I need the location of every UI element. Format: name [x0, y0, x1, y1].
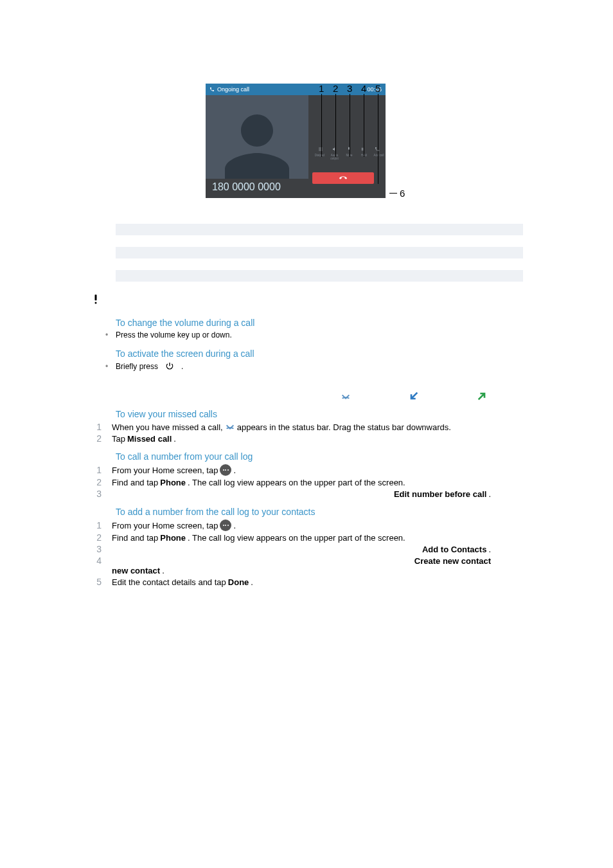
legend-band	[116, 247, 523, 258]
phone-number: 180 0000 0000	[212, 181, 281, 193]
call-topbar: Ongoing call 00:16	[206, 84, 386, 95]
list-step: 2 Tap Missed call.	[90, 433, 523, 444]
missed-call-icon	[225, 422, 235, 432]
apps-icon	[220, 520, 231, 531]
list-step: 1 From your Home screen, tap .	[90, 520, 523, 531]
list-step: 5 Edit the contact details and tap Done.	[90, 577, 523, 587]
callout-1: 1	[319, 83, 324, 94]
list-step: 3 Add to Contacts.	[90, 544, 523, 554]
missed-call-icon	[341, 392, 351, 401]
list-step: 2 Find and tap Phone. The call log view …	[90, 477, 523, 487]
step-text: Press the volume key up or down.	[116, 330, 232, 339]
in-call-icon-row	[318, 147, 380, 152]
list-step: 3 Edit number before call.	[90, 489, 523, 499]
hold-icon	[360, 147, 366, 152]
bold-label: new contact	[112, 566, 160, 575]
dialpad-icon	[318, 147, 323, 152]
section-title-callnum: To call a number from your call log	[116, 451, 523, 462]
callout-5: 5	[375, 83, 380, 94]
bullet-step: • Press the volume key up or down.	[105, 330, 523, 339]
end-call-button[interactable]	[312, 172, 374, 184]
svg-point-10	[95, 302, 97, 304]
callout-4: 4	[361, 83, 366, 94]
bold-label: Add to Contacts	[422, 545, 486, 554]
ongoing-call-screenshot: Ongoing call 00:16 180 0000 0000 Dialpad…	[206, 84, 386, 198]
legend-band	[116, 270, 523, 282]
callout-6: 6	[400, 188, 405, 199]
contact-avatar	[206, 95, 308, 179]
bold-label: Phone	[160, 533, 186, 543]
list-step: 4 Create new contact	[90, 556, 523, 566]
mute-icon	[346, 147, 351, 152]
section-title-activate: To activate the screen during a call	[116, 348, 523, 359]
power-icon	[164, 361, 175, 372]
apps-icon	[220, 464, 231, 476]
svg-point-3	[319, 149, 319, 149]
svg-point-6	[319, 150, 319, 150]
legend-band	[116, 224, 523, 235]
bold-label: Missed call	[127, 434, 172, 444]
step-text: Briefly press	[116, 362, 158, 371]
bold-label: Create new contact	[414, 556, 491, 566]
bold-label: Done	[228, 577, 249, 587]
addcall-icon	[375, 147, 380, 152]
speaker-icon	[332, 147, 337, 152]
phone-icon	[209, 87, 215, 92]
callout-3: 3	[347, 83, 352, 94]
bold-label: Edit number before call	[394, 489, 486, 499]
list-step: 1 From your Home screen, tap .	[90, 464, 523, 476]
callout-2: 2	[333, 83, 338, 94]
list-step: 1 When you have missed a call, appears i…	[90, 422, 523, 432]
section-title-addcontact: To add a number from the call log to you…	[116, 507, 523, 517]
svg-point-0	[319, 147, 319, 148]
bold-label: Phone	[160, 478, 186, 487]
list-step: new contact.	[90, 566, 523, 575]
section-title-volume: To change the volume during a call	[116, 318, 523, 328]
period: .	[181, 362, 183, 371]
section-title-missed: To view your missed calls	[116, 409, 523, 419]
incoming-call-icon	[409, 391, 419, 401]
topbar-label: Ongoing call	[217, 86, 249, 93]
calllog-intro	[116, 391, 523, 401]
outgoing-call-icon	[477, 391, 487, 401]
list-step: 2 Find and tap Phone. The call log view …	[90, 532, 523, 543]
svg-rect-9	[95, 294, 97, 300]
caution-icon	[90, 293, 102, 305]
bullet-step: • Briefly press .	[105, 361, 523, 372]
